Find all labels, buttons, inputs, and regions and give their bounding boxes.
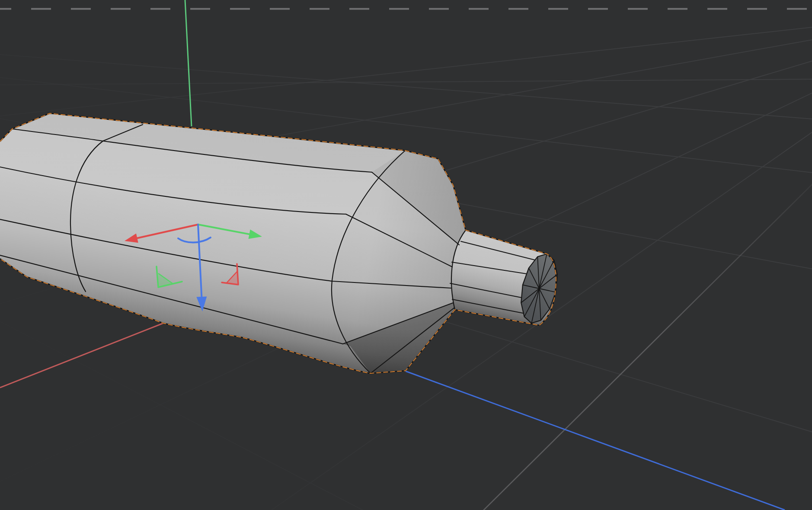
viewport-canvas[interactable]	[0, 0, 812, 510]
viewport-3d[interactable]	[0, 0, 812, 510]
